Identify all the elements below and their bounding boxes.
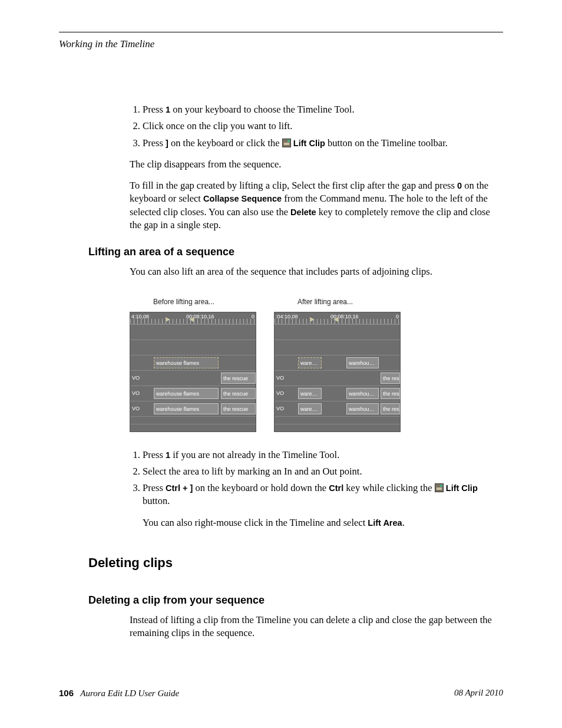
step-1-a: Press: [143, 104, 166, 115]
clip-rescue-a1: the rescue: [381, 373, 400, 384]
track-a3: VO warehouse flames the rescue: [130, 401, 256, 416]
clip-wh-b3: warehouse flames: [154, 403, 219, 414]
running-head: Working in the Timeline: [59, 38, 503, 50]
clip-ware-a3: ware…: [298, 403, 322, 414]
p-disappear: The clip disappears from the sequence.: [130, 158, 503, 171]
footer-date: 08 April 2010: [454, 688, 503, 699]
figure-before: Before lifting area... 4:10,08 00:08:10,…: [130, 297, 256, 431]
step-3-c: button on the Timeline toolbar.: [325, 137, 448, 149]
lift-key-ctrl-bracket: Ctrl + ]: [166, 483, 193, 493]
p-fill: To fill in the gap created by lifting a …: [130, 179, 503, 232]
step-1-b: on your keyboard to choose the Timeline …: [170, 104, 354, 115]
clip-rescue-b2: the rescue: [221, 388, 256, 399]
lift-clip-label-2: Lift Clip: [446, 483, 478, 493]
lift-clip-label: Lift Clip: [293, 139, 325, 148]
track-v-sel-a: ware… warehou…: [275, 355, 400, 370]
clip-wh-b2: warehouse flames: [154, 388, 219, 399]
clip-sel: warehouse flames: [154, 357, 219, 368]
track-v2-a: [275, 340, 400, 355]
track-b2-a: [275, 424, 400, 431]
lift-clip-icon: [282, 139, 291, 147]
track-label-vo-a3: VO: [275, 401, 287, 416]
figcap-before: Before lifting area...: [130, 297, 256, 307]
track-b1: [130, 416, 256, 424]
figcap-after: After lifting area...: [274, 297, 401, 307]
lift-key-1: 1: [166, 450, 170, 460]
track-label-vo-1: VO: [130, 371, 143, 386]
clip-ware-a2: ware…: [298, 388, 322, 399]
track-a2-a: VO ware… warehou… the rescue: [275, 386, 400, 401]
step-3-b: on the keyboard or click the: [168, 137, 282, 149]
ruler-after: :04:10,08 00:08:10,16 0: [275, 312, 400, 324]
clip-warehou-a3: warehou…: [346, 403, 379, 414]
clip-rescue-a2: the rescue: [381, 388, 400, 399]
lift-step-1: Press 1 if you are not already in the Ti…: [143, 449, 503, 462]
clip-ware-a: ware…: [298, 357, 322, 368]
page-number: 106: [59, 688, 74, 698]
track-label-vo-a1: VO: [275, 371, 287, 386]
step-2: Click once on the clip you want to lift.: [143, 120, 503, 133]
p-delete-intro: Instead of lifting a clip from the Timel…: [130, 614, 503, 640]
h1-deleting-clips: Deleting clips: [88, 555, 503, 571]
track-v1: [130, 324, 256, 340]
collapse-sequence: Collapse Sequence: [203, 194, 282, 203]
figure-after: After lifting area... :04:10,08 00:08:10…: [274, 297, 401, 431]
step-3-a: Press: [143, 137, 166, 149]
p-lift-intro: You can also lift an area of the sequenc…: [130, 265, 503, 278]
lift-step-3a: Press: [143, 482, 166, 493]
clip-rescue-a3: the rescue: [381, 403, 400, 414]
lift-area-label: Lift Area: [368, 518, 402, 528]
track-a1-a: VO the rescue: [275, 370, 400, 386]
timeline-before: 4:10,08 00:08:10,16 0 warehouse flames: [130, 312, 256, 432]
delete-key: Delete: [290, 207, 316, 217]
footer: 106 Aurora Edit LD User Guide 08 April 2…: [59, 688, 503, 699]
track-b2: [130, 424, 256, 431]
lift-step-3b: on the keyboard or hold down the: [193, 482, 329, 493]
track-v1-a: [275, 324, 400, 340]
clip-warehou-a2: warehou…: [346, 388, 379, 399]
lift-step-2: Select the area to lift by marking an In…: [143, 465, 503, 478]
p-rc-a: You can also right-mouse click in the Ti…: [143, 517, 368, 528]
track-a1: VO the rescue: [130, 370, 256, 386]
ruler-before: 4:10,08 00:08:10,16 0: [130, 312, 256, 324]
clip-rescue-b1: the rescue: [221, 373, 256, 384]
h2-deleting-clip: Deleting a clip from your sequence: [88, 594, 503, 607]
track-label-vo-2: VO: [130, 386, 143, 401]
lift-key-ctrl: Ctrl: [329, 483, 343, 493]
timeline-after: :04:10,08 00:08:10,16 0 ware… warehou…: [274, 312, 401, 432]
figure-before-after: Before lifting area... 4:10,08 00:08:10,…: [130, 297, 503, 431]
track-v2: [130, 340, 256, 355]
track-a3-a: VO ware… warehou… the rescue: [275, 401, 400, 416]
step-3: Press ] on the keyboard or click the Lif…: [143, 137, 503, 150]
header-rule: [59, 32, 503, 32]
track-v-sel: warehouse flames: [130, 355, 256, 370]
p-fill-a: To fill in the gap created by lifting a …: [130, 180, 457, 191]
track-label-vo-3: VO: [130, 401, 143, 416]
lift-step-3c: key while clicking the: [343, 482, 434, 493]
lift-step-3: Press Ctrl + ] on the keyboard or hold d…: [143, 482, 503, 508]
step-1: Press 1 on your keyboard to choose the T…: [143, 103, 503, 116]
p-rc-c: .: [402, 517, 405, 528]
key-1: 1: [166, 105, 170, 114]
key-0: 0: [457, 181, 462, 190]
track-label-vo-a2: VO: [275, 386, 287, 401]
p-rightclick: You can also right-mouse click in the Ti…: [143, 516, 503, 529]
h2-lifting-area: Lifting an area of a sequence: [88, 246, 503, 258]
clip-warehou-a: warehou…: [346, 357, 379, 368]
clip-rescue-b3: the rescue: [221, 403, 256, 414]
track-a2: VO warehouse flames the rescue: [130, 386, 256, 401]
lift-clip-icon-2: [435, 483, 444, 492]
lift-step-1a: Press: [143, 449, 166, 460]
body-first-list: Press 1 on your keyboard to choose the T…: [130, 103, 503, 232]
guide-title: Aurora Edit LD User Guide: [80, 689, 179, 698]
lift-step-3d: button.: [143, 495, 170, 506]
track-b1-a: [275, 416, 400, 424]
lift-step-1b: if you are not already in the Timeline T…: [170, 449, 339, 460]
